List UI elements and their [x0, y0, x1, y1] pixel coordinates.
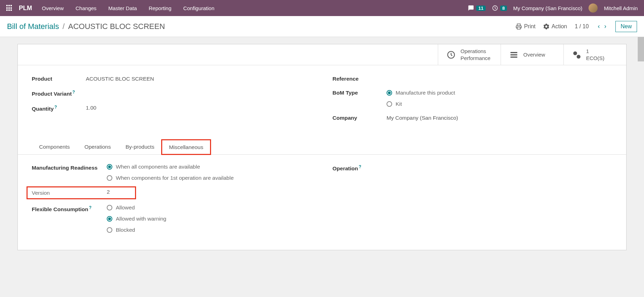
pager-prev[interactable]: ‹: [598, 23, 600, 30]
scrollbar-thumb[interactable]: [638, 37, 644, 61]
tab-components[interactable]: Components: [32, 139, 77, 154]
version-row-highlight: Version 2: [29, 189, 134, 197]
radio-icon: [107, 175, 112, 181]
breadcrumb-current: ACOUSTIC BLOC SCREEN: [68, 22, 165, 31]
messages-badge: 11: [476, 6, 485, 11]
scrollbar[interactable]: [638, 37, 644, 257]
radio-icon: [107, 227, 112, 233]
clock-icon: [492, 5, 498, 11]
nav-changes[interactable]: Changes: [76, 5, 97, 11]
product-value[interactable]: ACOUSTIC BLOC SCREEN: [86, 76, 154, 82]
quantity-value[interactable]: 1.00: [86, 105, 96, 111]
mfg-readiness-first-op[interactable]: When components for 1st operation are av…: [107, 175, 234, 181]
radio-icon: [387, 101, 392, 107]
stat-overview[interactable]: Overview: [501, 44, 563, 65]
clock-icon: [447, 50, 456, 59]
tab-miscellaneous[interactable]: Miscellaneous: [162, 140, 210, 155]
apps-icon[interactable]: [6, 5, 13, 11]
app-brand[interactable]: PLM: [19, 5, 32, 12]
gear-icon: [543, 23, 549, 30]
svg-point-3: [577, 55, 581, 59]
action-button[interactable]: Action: [543, 23, 567, 30]
nav-reporting[interactable]: Reporting: [149, 5, 171, 11]
activities-button[interactable]: 8: [492, 5, 507, 11]
bom-type-label: BoM Type: [332, 90, 387, 96]
avatar[interactable]: [589, 3, 598, 13]
tab-by-products[interactable]: By-products: [118, 139, 162, 154]
quantity-label: Quantity?: [32, 105, 86, 112]
flex-allowed[interactable]: Allowed: [107, 205, 166, 211]
top-navbar: PLM Overview Changes Master Data Reporti…: [0, 0, 644, 16]
gears-icon: [572, 50, 581, 59]
tab-operations[interactable]: Operations: [77, 139, 118, 154]
svg-point-2: [573, 51, 577, 55]
messages-button[interactable]: 11: [468, 5, 485, 11]
nav-master-data[interactable]: Master Data: [108, 5, 137, 11]
reference-label: Reference: [332, 76, 387, 82]
pager-count[interactable]: 1 / 10: [575, 23, 589, 30]
company-value[interactable]: My Company (San Francisco): [387, 115, 458, 121]
version-label: Version: [32, 189, 107, 197]
user-name[interactable]: Mitchell Admin: [604, 5, 638, 11]
chat-icon: [468, 5, 474, 11]
product-label: Product: [32, 76, 86, 82]
stat-ecos[interactable]: 1ECO(S): [563, 44, 626, 65]
nav-overview[interactable]: Overview: [42, 5, 64, 11]
help-icon[interactable]: ?: [54, 105, 57, 110]
new-button[interactable]: New: [615, 21, 637, 32]
nav-configuration[interactable]: Configuration: [183, 5, 214, 11]
tab-bar: Components Operations By-products Miscel…: [18, 139, 626, 155]
print-button[interactable]: Print: [516, 23, 536, 30]
breadcrumb-root[interactable]: Bill of Materials: [7, 22, 59, 31]
operation-label: Operation?: [332, 164, 407, 172]
stat-operations-performance[interactable]: OperationsPerformance: [438, 44, 501, 65]
activities-badge: 8: [500, 6, 507, 11]
mfg-readiness-all[interactable]: When all components are available: [107, 164, 234, 170]
flex-blocked[interactable]: Blocked: [107, 227, 166, 233]
radio-checked-icon: [387, 90, 392, 96]
version-value: 2: [107, 189, 110, 195]
flexible-consumption-label: Flexible Consumption?: [32, 205, 107, 213]
control-panel: Bill of Materials / ACOUSTIC BLOC SCREEN…: [0, 16, 644, 37]
help-icon[interactable]: ?: [73, 90, 75, 95]
pager-next[interactable]: ›: [604, 23, 606, 30]
breadcrumb-separator: /: [62, 22, 65, 31]
help-icon[interactable]: ?: [359, 164, 361, 169]
product-variant-label: Product Variant?: [32, 90, 86, 97]
breadcrumb: Bill of Materials / ACOUSTIC BLOC SCREEN: [7, 22, 165, 31]
radio-checked-icon: [107, 164, 112, 170]
mfg-readiness-label: Manufacturing Readiness: [32, 164, 107, 172]
company-label: Company: [332, 115, 387, 121]
radio-icon: [107, 205, 112, 210]
list-icon: [509, 50, 518, 59]
flex-allowed-warning[interactable]: Allowed with warning: [107, 216, 166, 222]
bom-type-kit[interactable]: Kit: [387, 101, 455, 107]
radio-checked-icon: [107, 216, 112, 222]
company-selector[interactable]: My Company (San Francisco): [513, 5, 582, 11]
print-icon: [516, 23, 522, 30]
help-icon[interactable]: ?: [89, 205, 91, 210]
form-sheet: OperationsPerformance Overview 1ECO(S) P…: [17, 44, 627, 250]
bom-type-manufacture[interactable]: Manufacture this product: [387, 90, 455, 96]
